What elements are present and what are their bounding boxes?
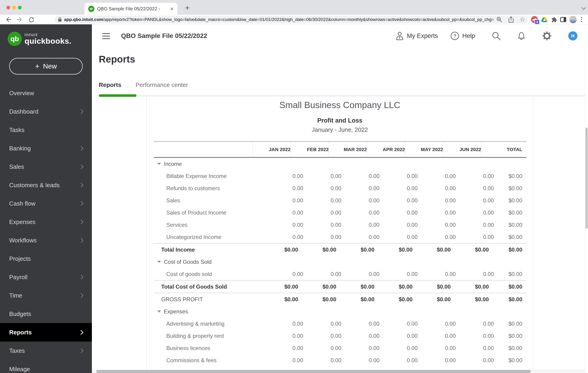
table-row: Business licences0.000.000.000.000.000.0…	[154, 342, 526, 354]
sidebar-item-mileage[interactable]: Mileage	[0, 360, 92, 373]
cell-value: 0.00	[303, 173, 341, 179]
reload-icon[interactable]	[28, 16, 34, 23]
sidebar-item-overview[interactable]: Overview	[0, 84, 92, 102]
browser-tabstrip: qb QBO Sample File 05/22/2022 - × +	[0, 0, 588, 15]
cell-value: $0.00	[298, 296, 336, 303]
collapse-triangle-icon[interactable]	[157, 310, 161, 313]
cell-value: 0.00	[303, 234, 341, 240]
google-drive-icon[interactable]	[541, 17, 547, 22]
sidebar-item-banking[interactable]: Banking	[0, 139, 92, 157]
cell-value: 0.00	[265, 320, 303, 327]
sidebar-item-label: Taxes	[9, 347, 25, 354]
browser-profile-avatar[interactable]	[569, 16, 577, 23]
cell-value: 0.00	[456, 209, 494, 216]
new-tab-button[interactable]: +	[185, 4, 189, 12]
cell-value: $0.00	[494, 197, 526, 204]
sidebar-item-tasks[interactable]: Tasks	[0, 121, 92, 139]
chevron-right-icon	[79, 348, 83, 353]
sidebar-item-expenses[interactable]: Expenses	[0, 213, 92, 231]
cell-value: 0.00	[379, 209, 418, 216]
search-icon[interactable]	[492, 31, 501, 41]
table-row: Sales of Product Income0.000.000.000.000…	[154, 207, 526, 219]
cell-value: 0.00	[379, 333, 418, 339]
horizontal-scrollbar-thumb[interactable]	[96, 370, 531, 373]
extension-icon[interactable]: 4	[531, 16, 538, 23]
window-minimize-button[interactable]	[12, 6, 16, 10]
settings-gear-icon[interactable]	[542, 31, 552, 41]
notifications-bell-icon[interactable]	[517, 31, 525, 41]
side-panel-icon[interactable]	[560, 17, 566, 22]
table-row: Uncategorized Income0.000.000.000.000.00…	[154, 231, 526, 243]
cell-value: 0.00	[418, 345, 456, 351]
table-row: Sales0.000.000.000.000.000.00$0.00	[154, 194, 526, 207]
horizontal-scrollbar[interactable]	[92, 370, 588, 373]
sidebar-item-label: Workflows	[9, 237, 37, 244]
sidebar-item-label: Banking	[9, 145, 31, 152]
table-row: Cost of goods sold0.000.000.000.000.000.…	[154, 268, 526, 280]
vertical-scrollbar[interactable]	[585, 24, 588, 373]
tab-close-icon[interactable]: ×	[170, 6, 174, 12]
cell-value: 0.00	[341, 357, 379, 363]
sidebar-item-reports[interactable]: Reports	[0, 323, 92, 341]
share-icon[interactable]	[508, 16, 514, 23]
sidebar-item-label: Customers & leads	[9, 182, 60, 189]
collapse-triangle-icon[interactable]	[157, 163, 161, 165]
quickbooks-logo[interactable]: qb intuit quickbooks.	[8, 32, 72, 46]
sidebar-item-projects[interactable]: Projects	[0, 250, 92, 268]
new-button[interactable]: + New	[9, 58, 83, 75]
bookmark-star-icon[interactable]: ☆	[520, 17, 525, 22]
my-experts-button[interactable]: My Experts	[396, 32, 438, 40]
tab-performance-center[interactable]: Performance center	[136, 81, 188, 88]
collapse-triangle-icon[interactable]	[157, 261, 161, 263]
sidebar-item-budgets[interactable]: Budgets	[0, 305, 92, 323]
sidebar-item-time[interactable]: Time	[0, 286, 92, 305]
cell-value: 0.00	[379, 234, 418, 240]
cell-value: 0.00	[379, 173, 418, 179]
sidebar-item-payroll[interactable]: Payroll	[0, 268, 92, 286]
table-row: Building & property rent0.000.000.000.00…	[154, 330, 526, 342]
cell-value: $0.00	[451, 296, 489, 303]
row-label: Billable Expense Income	[166, 173, 227, 179]
sidebar-item-label: Reports	[9, 329, 32, 336]
cell-value: 0.00	[265, 222, 303, 228]
tab-search-chevron-icon[interactable]	[581, 5, 586, 10]
extensions-puzzle-icon[interactable]	[551, 17, 557, 23]
forward-icon[interactable]	[17, 16, 23, 23]
row-label: Business licences	[166, 345, 210, 351]
address-bar[interactable]: app.qbo.intuit.com/app/reportv2?token=PA…	[55, 16, 528, 23]
tab-reports[interactable]: Reports	[99, 81, 121, 88]
row-label: Advertising & marketing	[166, 320, 224, 327]
cell-value: $0.00	[374, 284, 412, 290]
cell-value: 0.00	[303, 185, 341, 192]
column-header	[154, 142, 252, 157]
new-button-label: New	[43, 62, 57, 70]
help-button[interactable]: ? Help	[451, 32, 475, 40]
sidebar-item-cash-flow[interactable]: Cash flow	[0, 194, 92, 213]
cell-value: 0.00	[265, 173, 303, 179]
zoom-icon[interactable]	[496, 17, 502, 22]
window-zoom-button[interactable]	[18, 6, 21, 10]
sidebar-item-customers-leads[interactable]: Customers & leads	[0, 176, 92, 194]
hamburger-menu-icon[interactable]	[102, 33, 110, 41]
cell-value: $0.00	[489, 247, 526, 253]
sidebar-item-dashboard[interactable]: Dashboard	[0, 102, 92, 121]
vertical-scrollbar-thumb[interactable]	[586, 128, 588, 229]
sidebar-item-sales[interactable]: Sales	[0, 157, 92, 176]
chevron-right-icon	[79, 109, 83, 114]
main-content: QBO Sample File 05/22/2022 My Experts ? …	[92, 24, 588, 373]
back-icon[interactable]	[5, 16, 11, 23]
cell-value: $0.00	[494, 222, 526, 228]
sidebar-item-workflows[interactable]: Workflows	[0, 231, 92, 250]
cell-value: 0.00	[341, 345, 379, 351]
column-header: MAY 2022	[405, 142, 443, 157]
window-close-button[interactable]	[6, 6, 10, 10]
browser-tab[interactable]: qb QBO Sample File 05/22/2022 - ×	[84, 3, 177, 15]
sidebar-item-taxes[interactable]: Taxes	[0, 341, 92, 360]
table-row: Total Income$0.00$0.00$0.00$0.00$0.00$0.…	[154, 243, 526, 256]
column-header: MAR 2022	[329, 142, 367, 157]
cell-value: 0.00	[418, 185, 456, 192]
user-avatar[interactable]: H	[568, 31, 578, 41]
row-label: Total Cost of Goods Sold	[161, 284, 227, 290]
table-row: Refunds to customers0.000.000.000.000.00…	[154, 182, 526, 194]
browser-menu-icon[interactable]	[581, 17, 582, 22]
